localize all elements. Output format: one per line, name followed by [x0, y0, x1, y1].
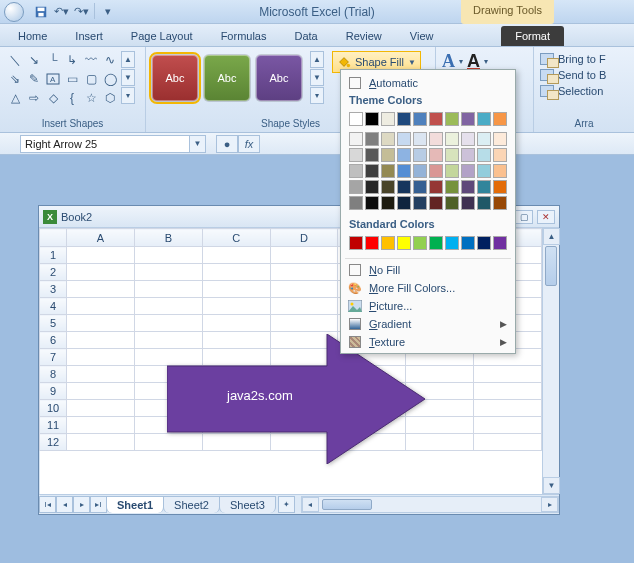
color-swatch[interactable]	[461, 164, 475, 178]
cell[interactable]	[134, 315, 202, 332]
new-sheet-button[interactable]: ✦	[278, 496, 295, 513]
name-box-dropdown[interactable]: ▼	[190, 135, 206, 153]
cell[interactable]	[67, 315, 135, 332]
cell[interactable]	[67, 247, 135, 264]
tab-review[interactable]: Review	[336, 26, 392, 46]
row-header[interactable]: 5	[40, 315, 67, 332]
column-header[interactable]: D	[270, 229, 338, 247]
color-swatch[interactable]	[429, 148, 443, 162]
selection-pane-button[interactable]: Selection	[540, 83, 628, 99]
sheet-tab[interactable]: Sheet3	[219, 496, 276, 513]
cell[interactable]	[202, 264, 270, 281]
row-header[interactable]: 6	[40, 332, 67, 349]
cell[interactable]	[67, 264, 135, 281]
color-swatch[interactable]	[477, 148, 491, 162]
row-header[interactable]: 8	[40, 366, 67, 383]
color-swatch[interactable]	[413, 112, 427, 126]
cell[interactable]	[67, 417, 135, 434]
cell[interactable]	[474, 417, 542, 434]
sheet-tab[interactable]: Sheet2	[163, 496, 220, 513]
column-header[interactable]: B	[134, 229, 202, 247]
tab-format[interactable]: Format	[501, 26, 564, 46]
color-swatch[interactable]	[397, 196, 411, 210]
color-swatch[interactable]	[445, 196, 459, 210]
shape-right-arrow[interactable]: ⇨	[25, 89, 43, 107]
color-swatch[interactable]	[493, 148, 507, 162]
cell[interactable]	[202, 298, 270, 315]
shape-rounded[interactable]: ▢	[82, 70, 100, 88]
horizontal-scrollbar[interactable]: ◂ ▸	[301, 496, 559, 513]
tab-formulas[interactable]: Formulas	[211, 26, 277, 46]
cell[interactable]	[67, 281, 135, 298]
scroll-down-button[interactable]: ▼	[543, 477, 560, 494]
color-swatch[interactable]	[429, 180, 443, 194]
color-swatch[interactable]	[349, 164, 363, 178]
close-button[interactable]: ✕	[537, 210, 555, 224]
cell[interactable]	[67, 366, 135, 383]
color-swatch[interactable]	[381, 148, 395, 162]
shapes-scroll-up[interactable]: ▲	[121, 51, 135, 68]
cell[interactable]	[474, 366, 542, 383]
shape-triangle[interactable]: △	[6, 89, 24, 107]
color-swatch[interactable]	[493, 180, 507, 194]
expand-formula-button[interactable]: ●	[216, 135, 238, 153]
color-swatch[interactable]	[445, 132, 459, 146]
row-header[interactable]: 7	[40, 349, 67, 366]
shape-arrow-line[interactable]: ↘	[25, 51, 43, 69]
shape-elbow[interactable]: └	[44, 51, 62, 69]
save-button[interactable]	[32, 3, 50, 21]
color-swatch[interactable]	[445, 148, 459, 162]
color-swatch[interactable]	[429, 196, 443, 210]
color-swatch[interactable]	[413, 164, 427, 178]
color-swatch[interactable]	[381, 112, 395, 126]
cell[interactable]	[134, 281, 202, 298]
cell[interactable]	[134, 247, 202, 264]
shape-star[interactable]: ☆	[82, 89, 100, 107]
cell[interactable]	[270, 247, 338, 264]
color-swatch[interactable]	[365, 236, 379, 250]
select-all-cell[interactable]	[40, 229, 67, 247]
shape-rect[interactable]: ▭	[63, 70, 81, 88]
picture-fill[interactable]: Picture...	[341, 297, 515, 315]
cell[interactable]	[202, 281, 270, 298]
color-swatch[interactable]	[493, 236, 507, 250]
style-swatch-red[interactable]: Abc	[152, 55, 198, 101]
color-swatch[interactable]	[461, 196, 475, 210]
color-swatch[interactable]	[477, 236, 491, 250]
styles-scroll-down[interactable]: ▼	[310, 69, 324, 86]
shape-brace[interactable]: {	[63, 89, 81, 107]
cell[interactable]	[67, 298, 135, 315]
color-swatch[interactable]	[397, 132, 411, 146]
color-swatch[interactable]	[413, 180, 427, 194]
cell[interactable]	[270, 298, 338, 315]
row-header[interactable]: 4	[40, 298, 67, 315]
style-swatch-purple[interactable]: Abc	[256, 55, 302, 101]
color-swatch[interactable]	[349, 180, 363, 194]
color-swatch[interactable]	[445, 164, 459, 178]
color-swatch[interactable]	[477, 196, 491, 210]
row-header[interactable]: 2	[40, 264, 67, 281]
shape-textbox[interactable]: A	[44, 70, 62, 88]
shape-freeform[interactable]: ∿	[101, 51, 119, 69]
color-swatch[interactable]	[477, 164, 491, 178]
color-swatch[interactable]	[349, 132, 363, 146]
color-swatch[interactable]	[493, 164, 507, 178]
first-sheet-button[interactable]: I◂	[39, 496, 56, 513]
color-swatch[interactable]	[365, 132, 379, 146]
row-header[interactable]: 3	[40, 281, 67, 298]
color-swatch[interactable]	[477, 180, 491, 194]
color-swatch[interactable]	[397, 236, 411, 250]
color-swatch[interactable]	[413, 132, 427, 146]
bring-to-front-button[interactable]: Bring to F	[540, 51, 628, 67]
scroll-thumb[interactable]	[545, 246, 557, 286]
color-swatch[interactable]	[429, 112, 443, 126]
styles-scroll-up[interactable]: ▲	[310, 51, 324, 68]
shape-curve[interactable]: 〰	[82, 51, 100, 69]
no-fill[interactable]: No Fill	[341, 261, 515, 279]
cell[interactable]	[134, 264, 202, 281]
color-swatch[interactable]	[381, 236, 395, 250]
color-swatch[interactable]	[493, 196, 507, 210]
scroll-up-button[interactable]: ▲	[543, 228, 560, 245]
shape-elbow-arrow[interactable]: ↳	[63, 51, 81, 69]
office-button[interactable]	[4, 2, 24, 22]
